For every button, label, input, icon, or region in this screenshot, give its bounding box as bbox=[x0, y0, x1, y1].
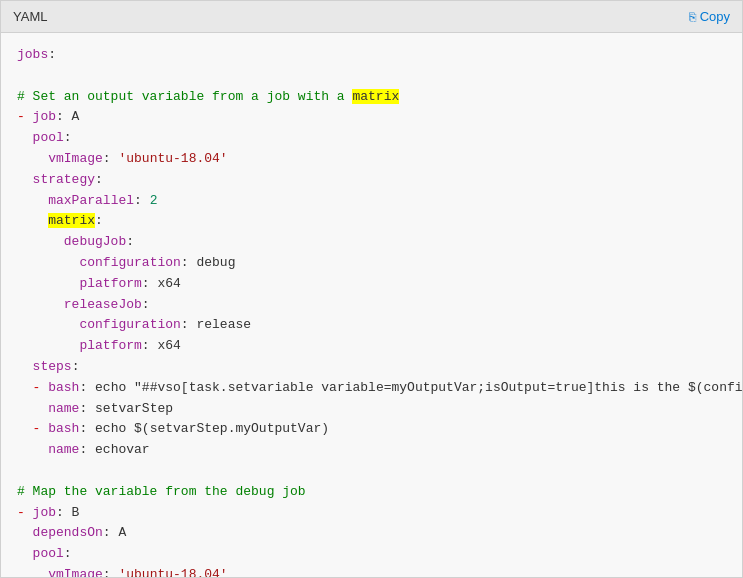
code-line: vmImage: 'ubuntu-18.04' bbox=[17, 565, 726, 577]
code-line: maxParallel: 2 bbox=[17, 191, 726, 212]
copy-icon: ⎘ bbox=[689, 10, 696, 24]
code-line: - bash: echo "##vso[task.setvariable var… bbox=[17, 378, 726, 399]
code-line: platform: x64 bbox=[17, 336, 726, 357]
code-line: steps: bbox=[17, 357, 726, 378]
code-line: dependsOn: A bbox=[17, 523, 726, 544]
code-line: vmImage: 'ubuntu-18.04' bbox=[17, 149, 726, 170]
code-line: # Map the variable from the debug job bbox=[17, 482, 726, 503]
code-line: pool: bbox=[17, 544, 726, 565]
code-line bbox=[17, 461, 726, 482]
code-content: jobs: # Set an output variable from a jo… bbox=[1, 33, 742, 577]
code-line: # Set an output variable from a job with… bbox=[17, 87, 726, 108]
code-line: releaseJob: bbox=[17, 295, 726, 316]
code-header: YAML ⎘ Copy bbox=[1, 1, 742, 33]
yaml-code-block: YAML ⎘ Copy jobs: # Set an output variab… bbox=[0, 0, 743, 578]
code-line: matrix: bbox=[17, 211, 726, 232]
copy-button[interactable]: ⎘ Copy bbox=[689, 9, 730, 24]
code-line: jobs: bbox=[17, 45, 726, 66]
code-line: configuration: release bbox=[17, 315, 726, 336]
code-line: pool: bbox=[17, 128, 726, 149]
code-line: strategy: bbox=[17, 170, 726, 191]
code-line: platform: x64 bbox=[17, 274, 726, 295]
code-line: debugJob: bbox=[17, 232, 726, 253]
code-line bbox=[17, 66, 726, 87]
code-line: - job: B bbox=[17, 503, 726, 524]
language-label: YAML bbox=[13, 9, 47, 24]
code-line: configuration: debug bbox=[17, 253, 726, 274]
code-line: name: setvarStep bbox=[17, 399, 726, 420]
code-line: name: echovar bbox=[17, 440, 726, 461]
code-line: - bash: echo $(setvarStep.myOutputVar) bbox=[17, 419, 726, 440]
code-line: - job: A bbox=[17, 107, 726, 128]
copy-label: Copy bbox=[700, 9, 730, 24]
